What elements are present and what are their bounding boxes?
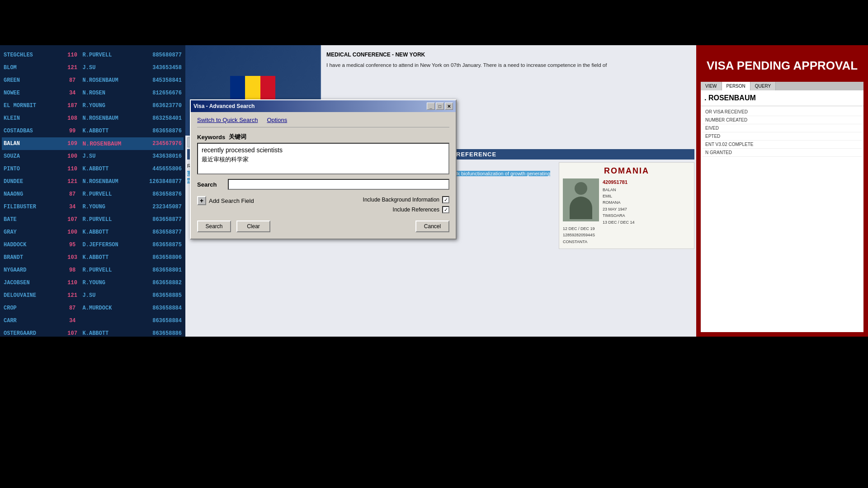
dialog-buttons: Search Clear Cancel — [197, 221, 449, 232]
include-references-checkbox[interactable] — [442, 206, 449, 213]
search-input[interactable] — [228, 179, 449, 190]
search-button[interactable]: Search — [197, 221, 231, 232]
include-background-checkbox[interactable] — [442, 196, 449, 203]
keywords-label-en: Keywords — [197, 134, 225, 141]
options-row: + Add Search Field Include Background In… — [197, 196, 449, 213]
include-references-label: Include References — [393, 206, 439, 213]
keywords-input-area[interactable]: recently processed scientists 最近审核的科学家 — [197, 143, 449, 174]
cancel-button[interactable]: Cancel — [415, 221, 449, 232]
dialog-titlebar: Visa - Advanced Search _ □ ✕ — [191, 100, 456, 112]
search-label: Search — [197, 181, 224, 188]
advanced-search-dialog: Visa - Advanced Search _ □ ✕ Switch to Q… — [190, 99, 457, 239]
add-search-field-label: Add Search Field — [209, 197, 254, 204]
include-background-label: Include Background Information — [363, 197, 439, 203]
dialog-content: Switch to Quick Search Options Keywords … — [191, 112, 456, 239]
maximize-button[interactable]: □ — [436, 103, 444, 110]
keywords-value-en: recently processed scientists — [202, 146, 445, 154]
dialog-toolbar: Switch to Quick Search Options — [197, 117, 449, 127]
minimize-button[interactable]: _ — [427, 103, 435, 110]
keywords-label: Keywords 关键词 — [197, 133, 449, 141]
keywords-value-zh: 最近审核的科学家 — [202, 155, 445, 164]
top-cinematic-bar — [0, 0, 868, 45]
plus-button[interactable]: + — [197, 196, 206, 205]
close-button[interactable]: ✕ — [445, 103, 453, 110]
add-search-field-control[interactable]: + Add Search Field — [197, 196, 254, 205]
dialog-title: Visa - Advanced Search — [193, 103, 255, 109]
switch-to-quick-search-link[interactable]: Switch to Quick Search — [197, 117, 258, 123]
main-scene: STEGCHLES 110 R.PURVELL 885680877 BLOM 1… — [0, 45, 868, 337]
search-field-row: Search — [197, 179, 449, 190]
include-references-row: Include References — [393, 206, 449, 213]
keywords-section: Keywords 关键词 recently processed scientis… — [197, 133, 449, 174]
bottom-cinematic-bar — [0, 337, 868, 488]
dialog-overlay: Visa - Advanced Search _ □ ✕ Switch to Q… — [0, 45, 868, 337]
include-background-row: Include Background Information — [363, 196, 449, 203]
clear-button[interactable]: Clear — [236, 221, 270, 232]
options-link[interactable]: Options — [267, 117, 287, 123]
keywords-label-zh: 关键词 — [229, 133, 246, 141]
titlebar-buttons: _ □ ✕ — [427, 103, 453, 110]
checkboxes-area: Include Background Information Include R… — [363, 196, 449, 213]
